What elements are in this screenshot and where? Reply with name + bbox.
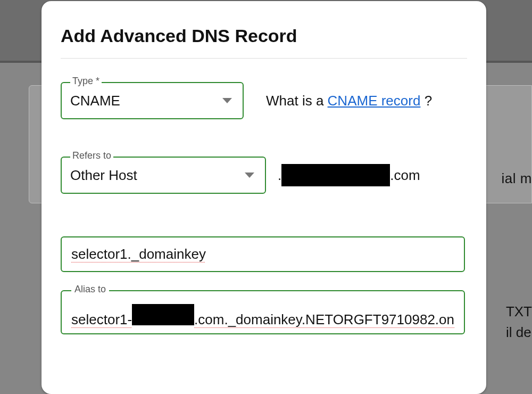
host-name-value: selector1._domainkey xyxy=(71,246,206,262)
chevron-down-icon xyxy=(222,98,232,103)
chevron-down-icon xyxy=(245,173,254,178)
add-dns-record-modal: Add Advanced DNS Record Type * CNAME Wha… xyxy=(41,1,486,394)
refers-to-value: Other Host xyxy=(70,167,137,184)
redacted-block xyxy=(281,164,390,186)
refers-to-label: Refers to xyxy=(70,150,113,161)
redacted-block xyxy=(132,304,194,325)
refers-to-select[interactable]: Refers to Other Host xyxy=(61,157,266,194)
type-help-text: What is a CNAME record ? xyxy=(266,93,432,109)
divider xyxy=(61,58,467,59)
cname-record-link[interactable]: CNAME record xyxy=(328,93,421,109)
host-name-input[interactable]: selector1._domainkey xyxy=(61,236,465,272)
type-select[interactable]: Type * CNAME xyxy=(61,82,244,119)
background-text-fragment: ial m xyxy=(502,170,532,187)
type-row: Type * CNAME What is a CNAME record ? xyxy=(61,82,467,119)
type-label: Type * xyxy=(70,76,102,87)
type-value: CNAME xyxy=(70,93,120,109)
domain-suffix: . .com xyxy=(278,164,420,186)
background-text-fragment: TXT il de xyxy=(506,301,532,343)
modal-title: Add Advanced DNS Record xyxy=(61,26,467,46)
refers-to-row: Refers to Other Host . .com xyxy=(61,157,467,194)
alias-to-value: selector1-.com._domainkey.NETORGFT971098… xyxy=(71,303,454,328)
alias-to-input[interactable]: Alias to selector1-.com._domainkey.NETOR… xyxy=(61,290,465,334)
alias-to-label: Alias to xyxy=(71,284,109,295)
